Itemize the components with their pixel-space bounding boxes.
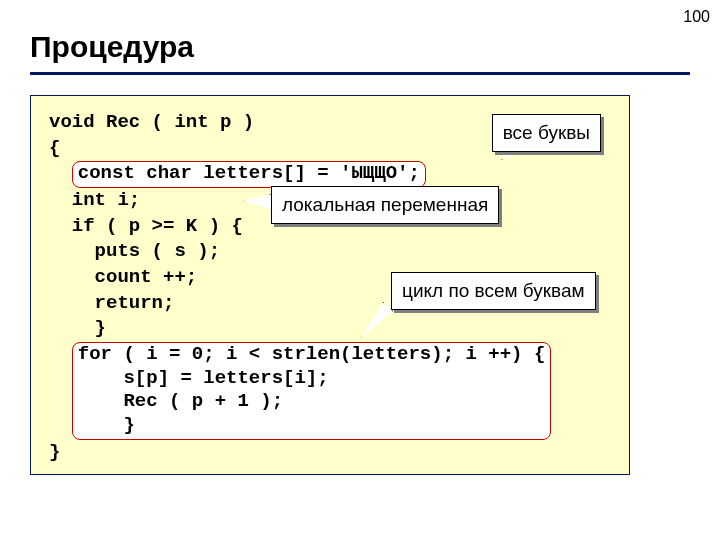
code-line: }	[49, 316, 611, 342]
code-text: Rec ( p + 1 );	[78, 390, 283, 412]
code-box: все буквы локальная переменная цикл по в…	[30, 95, 630, 475]
code-text: }	[78, 414, 135, 436]
title-rule	[30, 72, 690, 75]
slide-title: Процедура	[30, 30, 690, 64]
code-line: }	[49, 440, 611, 466]
code-text: s[p] = letters[i];	[78, 367, 329, 389]
code-line: for ( i = 0; i < strlen(letters); i ++) …	[49, 342, 611, 440]
code-text	[49, 162, 72, 184]
code-line: puts ( s );	[49, 239, 611, 265]
callout-local-var: локальная переменная	[271, 186, 499, 224]
callout-loop: цикл по всем буквам	[391, 272, 596, 310]
code-highlight: for ( i = 0; i < strlen(letters); i ++) …	[72, 342, 551, 440]
page-number: 100	[683, 8, 710, 26]
slide-container: 100 Процедура все буквы локальная переме…	[0, 0, 720, 540]
code-text	[49, 414, 72, 436]
callout-all-letters: все буквы	[492, 114, 601, 152]
code-line: const char letters[] = 'ЫЩЩО';	[49, 161, 611, 188]
code-text: for ( i = 0; i < strlen(letters); i ++) …	[78, 343, 545, 365]
code-highlight: const char letters[] = 'ЫЩЩО';	[72, 161, 426, 188]
